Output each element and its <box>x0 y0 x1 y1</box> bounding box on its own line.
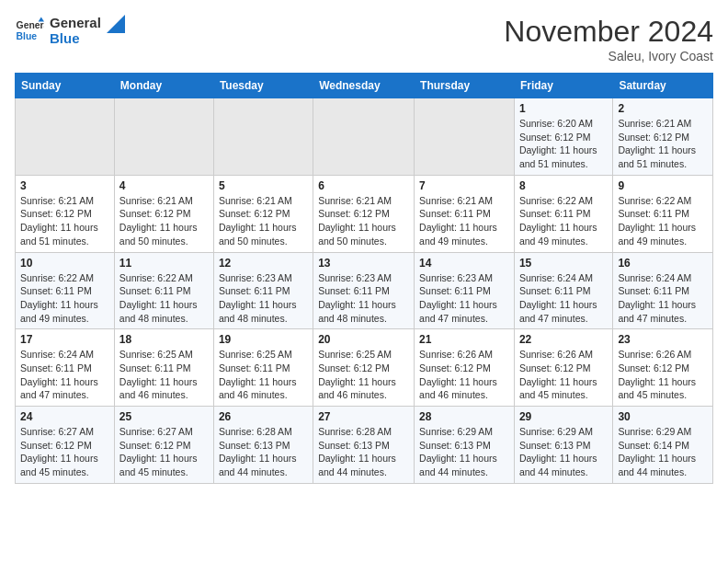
day-info: Sunrise: 6:27 AM Sunset: 6:12 PM Dayligh… <box>20 425 109 479</box>
day-info: Sunrise: 6:26 AM Sunset: 6:12 PM Dayligh… <box>618 348 708 402</box>
day-info: Sunrise: 6:20 AM Sunset: 6:12 PM Dayligh… <box>519 117 608 171</box>
calendar-cell <box>415 98 515 176</box>
day-info: Sunrise: 6:23 AM Sunset: 6:11 PM Dayligh… <box>419 271 509 326</box>
logo-icon: General Blue <box>15 16 44 45</box>
header-day-sunday: Sunday <box>16 74 115 98</box>
calendar-week-3: 10Sunrise: 6:22 AM Sunset: 6:11 PM Dayli… <box>16 252 713 329</box>
calendar-cell: 14Sunrise: 6:23 AM Sunset: 6:11 PM Dayli… <box>415 252 515 329</box>
day-info: Sunrise: 6:25 AM Sunset: 6:12 PM Dayligh… <box>318 348 409 402</box>
calendar-cell: 3Sunrise: 6:21 AM Sunset: 6:12 PM Daylig… <box>16 175 115 252</box>
calendar-cell <box>114 98 213 176</box>
day-info: Sunrise: 6:21 AM Sunset: 6:12 PM Dayligh… <box>318 194 409 248</box>
day-info: Sunrise: 6:23 AM Sunset: 6:11 PM Dayligh… <box>318 271 409 326</box>
day-number: 29 <box>519 410 608 423</box>
day-number: 18 <box>119 333 209 346</box>
day-info: Sunrise: 6:24 AM Sunset: 6:11 PM Dayligh… <box>618 271 708 326</box>
calendar-cell: 19Sunrise: 6:25 AM Sunset: 6:11 PM Dayli… <box>213 329 313 407</box>
day-number: 30 <box>618 410 708 423</box>
logo: General Blue General Blue General Blue <box>15 15 125 47</box>
calendar-week-5: 24Sunrise: 6:27 AM Sunset: 6:12 PM Dayli… <box>16 407 713 484</box>
day-number: 9 <box>618 179 708 192</box>
calendar-cell: 16Sunrise: 6:24 AM Sunset: 6:11 PM Dayli… <box>613 252 713 329</box>
day-number: 25 <box>119 410 209 423</box>
calendar-cell <box>213 98 313 176</box>
day-number: 27 <box>318 410 409 423</box>
calendar-cell: 30Sunrise: 6:29 AM Sunset: 6:14 PM Dayli… <box>613 407 713 484</box>
logo-general: General <box>50 15 101 30</box>
header-day-friday: Friday <box>514 74 612 98</box>
svg-marker-2 <box>39 17 44 22</box>
header: General Blue General Blue General Blue N… <box>15 15 713 63</box>
calendar-week-4: 17Sunrise: 6:24 AM Sunset: 6:11 PM Dayli… <box>16 329 713 407</box>
day-number: 4 <box>119 179 209 192</box>
day-number: 20 <box>318 333 409 346</box>
day-number: 2 <box>618 102 708 115</box>
day-info: Sunrise: 6:21 AM Sunset: 6:12 PM Dayligh… <box>618 117 708 171</box>
calendar-week-1: 1Sunrise: 6:20 AM Sunset: 6:12 PM Daylig… <box>16 98 713 176</box>
calendar-week-2: 3Sunrise: 6:21 AM Sunset: 6:12 PM Daylig… <box>16 175 713 252</box>
logo-triangle-icon <box>107 15 125 33</box>
header-day-thursday: Thursday <box>415 74 515 98</box>
day-number: 6 <box>318 179 409 192</box>
calendar-cell: 18Sunrise: 6:25 AM Sunset: 6:11 PM Dayli… <box>114 329 213 407</box>
calendar-header-row: SundayMondayTuesdayWednesdayThursdayFrid… <box>16 74 713 98</box>
title-area: November 2024 Saleu, Ivory Coast <box>504 15 713 63</box>
day-info: Sunrise: 6:22 AM Sunset: 6:11 PM Dayligh… <box>519 194 608 248</box>
day-info: Sunrise: 6:28 AM Sunset: 6:13 PM Dayligh… <box>318 425 409 479</box>
day-number: 17 <box>20 333 109 346</box>
day-info: Sunrise: 6:23 AM Sunset: 6:11 PM Dayligh… <box>219 271 308 326</box>
day-info: Sunrise: 6:29 AM Sunset: 6:14 PM Dayligh… <box>618 425 708 479</box>
day-number: 8 <box>519 179 608 192</box>
svg-text:General: General <box>17 21 44 31</box>
day-info: Sunrise: 6:25 AM Sunset: 6:11 PM Dayligh… <box>119 348 209 402</box>
day-info: Sunrise: 6:24 AM Sunset: 6:11 PM Dayligh… <box>519 271 608 326</box>
calendar-cell: 23Sunrise: 6:26 AM Sunset: 6:12 PM Dayli… <box>613 329 713 407</box>
calendar-cell: 12Sunrise: 6:23 AM Sunset: 6:11 PM Dayli… <box>213 252 313 329</box>
calendar-cell: 24Sunrise: 6:27 AM Sunset: 6:12 PM Dayli… <box>16 407 115 484</box>
day-info: Sunrise: 6:22 AM Sunset: 6:11 PM Dayligh… <box>618 194 708 248</box>
day-number: 13 <box>318 257 409 270</box>
header-day-saturday: Saturday <box>613 74 713 98</box>
day-number: 26 <box>219 410 308 423</box>
day-number: 23 <box>618 333 708 346</box>
day-number: 22 <box>519 333 608 346</box>
calendar-cell: 15Sunrise: 6:24 AM Sunset: 6:11 PM Dayli… <box>514 252 612 329</box>
calendar-cell: 28Sunrise: 6:29 AM Sunset: 6:13 PM Dayli… <box>415 407 515 484</box>
day-number: 14 <box>419 257 509 270</box>
day-number: 10 <box>20 257 109 270</box>
day-number: 3 <box>20 179 109 192</box>
day-info: Sunrise: 6:22 AM Sunset: 6:11 PM Dayligh… <box>20 271 109 326</box>
calendar-cell: 29Sunrise: 6:29 AM Sunset: 6:13 PM Dayli… <box>514 407 612 484</box>
calendar-cell: 2Sunrise: 6:21 AM Sunset: 6:12 PM Daylig… <box>613 98 713 176</box>
location: Saleu, Ivory Coast <box>504 49 713 63</box>
calendar-cell: 10Sunrise: 6:22 AM Sunset: 6:11 PM Dayli… <box>16 252 115 329</box>
calendar-cell: 25Sunrise: 6:27 AM Sunset: 6:12 PM Dayli… <box>114 407 213 484</box>
calendar-cell: 7Sunrise: 6:21 AM Sunset: 6:11 PM Daylig… <box>415 175 515 252</box>
day-info: Sunrise: 6:21 AM Sunset: 6:12 PM Dayligh… <box>20 194 109 248</box>
calendar-body: 1Sunrise: 6:20 AM Sunset: 6:12 PM Daylig… <box>16 98 713 484</box>
day-number: 21 <box>419 333 509 346</box>
day-number: 24 <box>20 410 109 423</box>
svg-text:Blue: Blue <box>17 31 38 41</box>
calendar-cell: 6Sunrise: 6:21 AM Sunset: 6:12 PM Daylig… <box>313 175 415 252</box>
calendar-cell: 27Sunrise: 6:28 AM Sunset: 6:13 PM Dayli… <box>313 407 415 484</box>
day-info: Sunrise: 6:29 AM Sunset: 6:13 PM Dayligh… <box>419 425 509 479</box>
day-info: Sunrise: 6:29 AM Sunset: 6:13 PM Dayligh… <box>519 425 608 479</box>
day-number: 1 <box>519 102 608 115</box>
day-number: 7 <box>419 179 509 192</box>
header-day-monday: Monday <box>114 74 213 98</box>
day-info: Sunrise: 6:28 AM Sunset: 6:13 PM Dayligh… <box>219 425 308 479</box>
month-title: November 2024 <box>504 15 713 49</box>
svg-marker-3 <box>107 15 125 33</box>
calendar-cell: 5Sunrise: 6:21 AM Sunset: 6:12 PM Daylig… <box>213 175 313 252</box>
day-info: Sunrise: 6:21 AM Sunset: 6:12 PM Dayligh… <box>219 194 308 248</box>
calendar-cell: 20Sunrise: 6:25 AM Sunset: 6:12 PM Dayli… <box>313 329 415 407</box>
day-info: Sunrise: 6:26 AM Sunset: 6:12 PM Dayligh… <box>419 348 509 402</box>
calendar-cell <box>16 98 115 176</box>
calendar-cell: 21Sunrise: 6:26 AM Sunset: 6:12 PM Dayli… <box>415 329 515 407</box>
calendar-cell: 8Sunrise: 6:22 AM Sunset: 6:11 PM Daylig… <box>514 175 612 252</box>
day-info: Sunrise: 6:21 AM Sunset: 6:11 PM Dayligh… <box>419 194 509 248</box>
calendar-cell: 22Sunrise: 6:26 AM Sunset: 6:12 PM Dayli… <box>514 329 612 407</box>
day-info: Sunrise: 6:21 AM Sunset: 6:12 PM Dayligh… <box>119 194 209 248</box>
calendar-cell <box>313 98 415 176</box>
